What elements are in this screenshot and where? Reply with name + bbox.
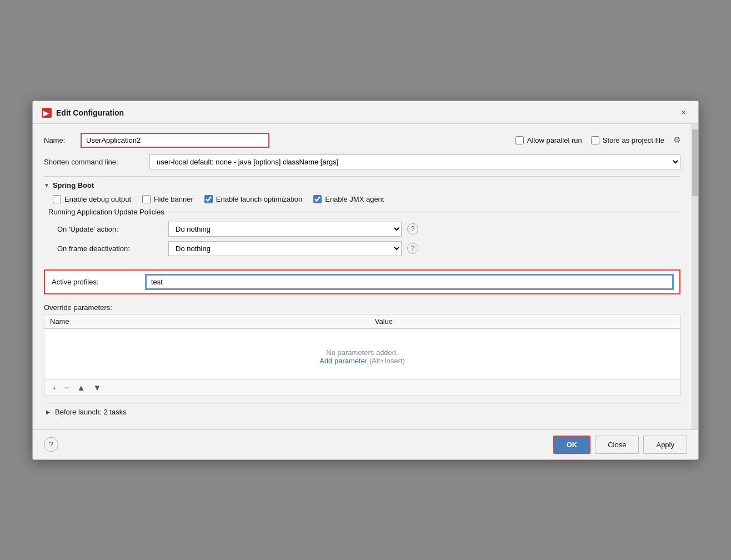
empty-state-row: No parameters added. Add parameter (Alt+…	[44, 328, 680, 379]
allow-parallel-group: Allow parallel run	[515, 136, 582, 144]
empty-msg: No parameters added.	[50, 348, 674, 357]
active-profiles-label: Active profiles:	[52, 278, 141, 286]
add-parameter-container: Add parameter (Alt+Insert)	[50, 357, 674, 365]
override-table-container: Name Value No parameters added.	[44, 314, 680, 396]
scrollable-content: Name: Allow parallel run Store as projec…	[33, 124, 692, 429]
content-area: Name: Allow parallel run Store as projec…	[33, 124, 692, 429]
allow-parallel-label: Allow parallel run	[527, 136, 582, 144]
footer-right: OK Close Apply	[553, 436, 687, 454]
store-project-checkbox[interactable]	[591, 136, 599, 144]
enable-launch-label: Enable launch optimization	[216, 195, 302, 203]
name-input[interactable]	[81, 133, 269, 148]
collapse-icon[interactable]: ▼	[44, 182, 49, 188]
footer-left: ?	[44, 437, 58, 452]
move-up-button[interactable]: ▲	[74, 382, 88, 393]
checkboxes-right: Allow parallel run Store as project file…	[515, 135, 680, 145]
app-icon: ▶	[42, 108, 52, 118]
shorten-row: Shorten command line: user-local default…	[44, 154, 680, 169]
enable-jmx-group: Enable JMX agent	[313, 195, 384, 203]
gear-icon[interactable]: ⚙	[673, 135, 680, 145]
policies-label: Running Application Update Policies	[48, 208, 164, 216]
title-bar: ▶ Edit Configuration ×	[33, 101, 698, 124]
policies-section: Running Application Update Policies On '…	[44, 208, 680, 256]
policies-header: Running Application Update Policies	[48, 208, 680, 216]
scrollbar[interactable]	[692, 124, 698, 429]
col-value-header: Value	[369, 314, 680, 329]
update-action-row: On 'Update' action: Do nothing ?	[48, 222, 680, 237]
hide-banner-label: Hide banner	[154, 195, 193, 203]
add-row-button[interactable]: +	[49, 382, 59, 393]
shorten-label: Shorten command line:	[44, 158, 144, 166]
ok-button[interactable]: OK	[553, 436, 591, 454]
active-profiles-row: Active profiles:	[44, 269, 680, 294]
enable-jmx-checkbox[interactable]	[313, 195, 322, 203]
update-action-label: On 'Update' action:	[57, 225, 163, 233]
shorten-select[interactable]: user-local default: none - java [options…	[149, 154, 680, 169]
spring-boot-header: ▼ Spring Boot	[44, 181, 680, 189]
close-button[interactable]: Close	[595, 436, 639, 454]
name-label: Name:	[44, 136, 72, 144]
svg-text:▶: ▶	[43, 109, 49, 117]
enable-launch-checkbox[interactable]	[204, 195, 213, 203]
spring-boot-label: Spring Boot	[53, 181, 94, 189]
help-button[interactable]: ?	[44, 437, 58, 452]
add-shortcut: (Alt+Insert)	[367, 357, 405, 365]
update-action-select[interactable]: Do nothing	[168, 222, 402, 237]
hide-banner-checkbox[interactable]	[142, 195, 151, 203]
footer: ? OK Close Apply	[33, 429, 698, 459]
table-toolbar: + − ▲ ▼	[44, 379, 680, 396]
main-area: Name: Allow parallel run Store as projec…	[33, 124, 698, 429]
move-down-button[interactable]: ▼	[90, 382, 104, 393]
before-launch-row: ▶ Before launch: 2 tasks	[44, 403, 680, 421]
title-bar-left: ▶ Edit Configuration	[42, 108, 124, 118]
enable-debug-group: Enable debug output	[53, 195, 131, 203]
dialog-title: Edit Configuration	[56, 108, 124, 117]
remove-row-button[interactable]: −	[62, 382, 72, 393]
dialog-close-button[interactable]: ×	[678, 107, 689, 119]
allow-parallel-checkbox[interactable]	[515, 136, 524, 144]
frame-deactivation-select[interactable]: Do nothing	[168, 241, 402, 256]
empty-state: No parameters added. Add parameter (Alt+…	[50, 332, 674, 376]
hide-banner-group: Hide banner	[142, 195, 193, 203]
edit-configuration-dialog: ▶ Edit Configuration × Name: Allow paral…	[32, 101, 699, 460]
frame-deactivation-help-icon[interactable]: ?	[407, 243, 418, 254]
override-section: Override parameters: Name Value	[44, 303, 680, 396]
update-action-help-icon[interactable]: ?	[407, 223, 418, 234]
scrollbar-thumb	[692, 129, 698, 196]
col-name-header: Name	[44, 314, 369, 329]
add-parameter-link[interactable]: Add parameter	[319, 357, 367, 365]
enable-debug-checkbox[interactable]	[53, 195, 61, 203]
enable-debug-label: Enable debug output	[64, 195, 131, 203]
frame-deactivation-row: On frame deactivation: Do nothing ?	[48, 241, 680, 256]
enable-launch-group: Enable launch optimization	[204, 195, 302, 203]
store-project-group: Store as project file	[591, 136, 664, 144]
before-launch-expand-icon[interactable]: ▶	[46, 409, 51, 415]
spring-boot-section: ▼ Spring Boot Enable debug output Hide b…	[44, 176, 680, 261]
name-row: Name: Allow parallel run Store as projec…	[44, 133, 680, 148]
apply-button[interactable]: Apply	[643, 436, 687, 454]
enable-jmx-label: Enable JMX agent	[325, 195, 384, 203]
override-table: Name Value No parameters added.	[44, 314, 680, 379]
before-launch-label: Before launch: 2 tasks	[55, 408, 127, 416]
spring-checkboxes: Enable debug output Hide banner Enable l…	[44, 195, 680, 203]
frame-deactivation-label: On frame deactivation:	[57, 244, 163, 253]
store-project-label: Store as project file	[603, 136, 664, 144]
override-label: Override parameters:	[44, 303, 680, 312]
active-profiles-input[interactable]	[146, 275, 673, 289]
